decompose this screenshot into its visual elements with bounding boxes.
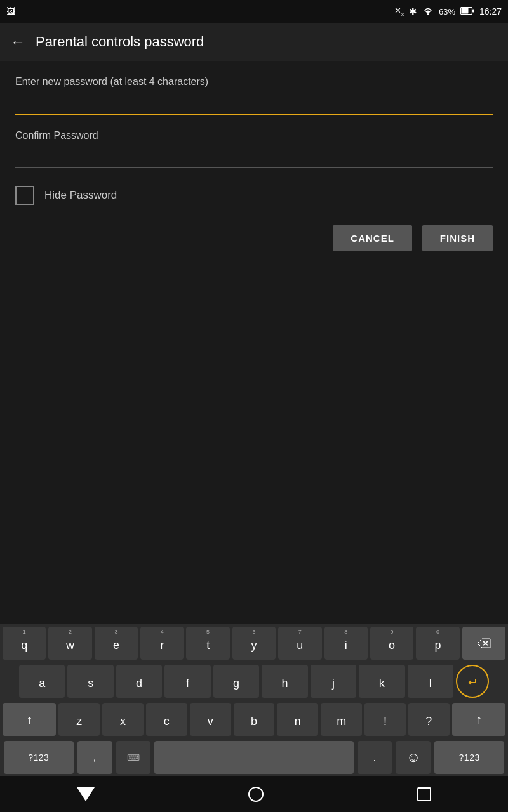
key-z[interactable]: z [58,703,100,736]
status-left: 🖼 [6,6,15,16]
enter-key[interactable] [456,665,489,698]
key-i[interactable]: 8i [324,627,368,660]
bottom-nav [0,776,508,812]
image-icon: 🖼 [6,6,15,16]
back-nav-button[interactable] [77,787,95,801]
key-a[interactable]: a [19,665,65,698]
status-right: ✕x ✱ 63% 16:27 [394,6,502,17]
home-nav-icon [248,787,264,802]
key-c[interactable]: c [146,703,187,736]
key-b[interactable]: b [234,703,275,736]
key-k[interactable]: k [359,665,404,698]
recent-nav-icon [417,787,431,801]
cancel-button[interactable]: CANCEL [333,225,412,251]
keyboard-row-3: ↑ z x c v b n m ! ? ↑ [0,700,508,738]
status-bar: 🖼 ✕x ✱ 63% 16:27 [0,0,508,23]
key-question[interactable]: ? [408,703,450,736]
svg-point-0 [427,13,429,15]
hide-password-label: Hide Password [44,189,117,202]
home-nav-button[interactable] [248,787,264,802]
confirm-password-label: Confirm Password [15,130,493,141]
back-icon: ← [10,33,25,51]
key-j[interactable]: j [311,665,356,698]
keyboard-row-1: 1q 2w 3e 4r 5t 6y 7u 8i 9o 0p [0,624,508,662]
battery-percent: 63% [439,7,455,16]
key-f[interactable]: f [164,665,210,698]
new-password-label: Enter new password (at least 4 character… [15,76,493,88]
key-q[interactable]: 1q [3,627,46,660]
new-password-input[interactable] [15,93,493,115]
key-123-right[interactable]: ?123 [434,741,504,774]
key-g[interactable]: g [213,665,259,698]
recent-nav-button[interactable] [417,787,431,801]
key-o[interactable]: 9o [370,627,413,660]
spacebar-key[interactable] [154,741,353,774]
key-h[interactable]: h [262,665,307,698]
key-123-left[interactable]: ?123 [4,741,74,774]
top-nav: ← Parental controls password [0,23,508,61]
backspace-key[interactable] [462,627,505,660]
key-w[interactable]: 2w [48,627,91,660]
key-y[interactable]: 6y [232,627,276,660]
finish-button[interactable]: FINISH [422,225,493,251]
key-r[interactable]: 4r [140,627,184,660]
key-s[interactable]: s [67,665,113,698]
back-button[interactable]: ← [10,33,25,51]
signal-muted-icon: ✕x [394,6,404,17]
keyboard-hide-icon: ⌨ [127,752,140,763]
key-comma[interactable]: , [77,741,112,774]
keyboard-hide-key[interactable]: ⌨ [116,741,151,774]
keyboard: 1q 2w 3e 4r 5t 6y 7u 8i 9o 0p a s d f g … [0,624,508,776]
key-p[interactable]: 0p [416,627,459,660]
confirm-password-input[interactable] [15,147,493,168]
bluetooth-icon: ✱ [409,6,417,17]
button-row: CANCEL FINISH [15,225,493,251]
back-nav-icon [77,787,95,801]
key-x[interactable]: x [102,703,144,736]
hide-password-checkbox[interactable] [15,186,34,205]
key-exclamation[interactable]: ! [364,703,406,736]
key-emoji[interactable]: ☺ [396,741,431,774]
key-u[interactable]: 7u [278,627,321,660]
page-title: Parental controls password [36,34,204,50]
svg-rect-2 [461,8,468,13]
key-e[interactable]: 3e [95,627,138,660]
content-area: Enter new password (at least 4 character… [0,61,508,261]
time: 16:27 [479,6,502,16]
svg-rect-3 [472,9,474,12]
keyboard-row-2: a s d f g h j k l [0,662,508,700]
shift-right-key[interactable]: ↑ [452,703,505,736]
key-period[interactable]: . [358,741,392,774]
hide-password-row: Hide Password [15,186,493,205]
keyboard-row-bottom: ?123 , ⌨ . ☺ ?123 [0,738,508,776]
shift-left-key[interactable]: ↑ [3,703,56,736]
wifi-icon [422,6,434,17]
key-d[interactable]: d [116,665,162,698]
key-n[interactable]: n [277,703,318,736]
key-l[interactable]: l [408,665,453,698]
battery-icon [460,7,474,16]
key-m[interactable]: m [321,703,362,736]
key-t[interactable]: 5t [186,627,229,660]
key-v[interactable]: v [190,703,231,736]
